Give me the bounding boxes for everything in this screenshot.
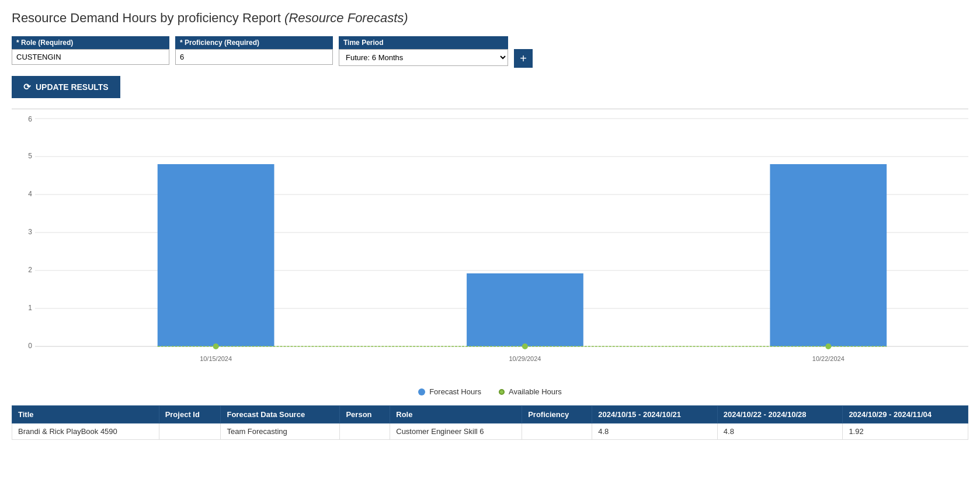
cell-role: Customer Engineer Skill 6 xyxy=(390,424,522,440)
table-header-row: Title Project Id Forecast Data Source Pe… xyxy=(12,406,968,424)
available-hours-legend-label: Available Hours xyxy=(509,387,562,396)
role-input[interactable] xyxy=(12,49,169,65)
cell-title: Brandi & Rick PlayBook 4590 xyxy=(12,424,159,440)
role-label: * Role (Required) xyxy=(12,36,169,49)
proficiency-label: * Proficiency (Required) xyxy=(175,36,333,49)
col-header-date3: 2024/10/29 - 2024/11/04 xyxy=(843,406,968,424)
forecast-hours-legend-label: Forecast Hours xyxy=(429,387,481,396)
legend-available: Available Hours xyxy=(499,387,562,396)
col-header-date1: 2024/10/15 - 2024/10/21 xyxy=(592,406,718,424)
svg-text:10/22/2024: 10/22/2024 xyxy=(812,355,845,362)
cell-proficiency xyxy=(522,424,592,440)
col-header-date2: 2024/10/22 - 2024/10/28 xyxy=(717,406,843,424)
cell-date3: 1.92 xyxy=(843,424,968,440)
filter-group-timeperiod: Time Period Future: 6 Months Future: 3 M… xyxy=(339,36,508,66)
svg-text:4: 4 xyxy=(28,190,32,198)
chart-legend: Forecast Hours Available Hours xyxy=(12,387,968,396)
filter-group-role: * Role (Required) xyxy=(12,36,169,65)
section-divider xyxy=(12,109,968,109)
bar-3 xyxy=(770,164,887,346)
svg-text:10/15/2024: 10/15/2024 xyxy=(200,355,232,362)
chart-container: 0 1 2 3 4 5 6 10/15/2024 10/29/2024 10/2… xyxy=(12,119,968,370)
svg-text:2: 2 xyxy=(28,266,32,274)
refresh-icon: ⟳ xyxy=(23,82,31,92)
table-header: Title Project Id Forecast Data Source Pe… xyxy=(12,406,968,424)
legend-forecast: Forecast Hours xyxy=(418,387,481,396)
col-header-projectid: Project Id xyxy=(159,406,221,424)
cell-date1: 4.8 xyxy=(592,424,718,440)
proficiency-input[interactable] xyxy=(175,49,333,65)
page-title: Resource Demand Hours by proficiency Rep… xyxy=(12,11,968,26)
page-container: Resource Demand Hours by proficiency Rep… xyxy=(0,0,980,450)
filter-group-proficiency: * Proficiency (Required) xyxy=(175,36,333,65)
table-row: Brandi & Rick PlayBook 4590 Team Forecas… xyxy=(12,424,968,440)
data-table: Title Project Id Forecast Data Source Pe… xyxy=(12,405,968,440)
chart-svg: 0 1 2 3 4 5 6 10/15/2024 10/29/2024 10/2… xyxy=(35,119,968,346)
cell-datasource: Team Forecasting xyxy=(221,424,340,440)
col-header-title: Title xyxy=(12,406,159,424)
cell-date2: 4.8 xyxy=(717,424,843,440)
cell-projectid xyxy=(159,424,221,440)
table-body: Brandi & Rick PlayBook 4590 Team Forecas… xyxy=(12,424,968,440)
col-header-person: Person xyxy=(340,406,390,424)
svg-text:3: 3 xyxy=(28,228,32,236)
svg-text:1: 1 xyxy=(28,304,32,312)
update-results-button[interactable]: ⟳ UPDATE RESULTS xyxy=(12,76,120,98)
svg-text:10/29/2024: 10/29/2024 xyxy=(509,355,541,362)
col-header-role: Role xyxy=(390,406,522,424)
timeperiod-select[interactable]: Future: 6 Months Future: 3 Months Future… xyxy=(339,49,508,66)
filter-row: * Role (Required) * Proficiency (Require… xyxy=(12,36,968,68)
svg-text:0: 0 xyxy=(28,342,32,350)
forecast-hours-legend-icon xyxy=(418,388,425,395)
bar-1 xyxy=(158,164,274,346)
col-header-datasource: Forecast Data Source xyxy=(221,406,340,424)
bar-2 xyxy=(467,273,583,346)
col-header-proficiency: Proficiency xyxy=(522,406,592,424)
add-filter-button[interactable]: + xyxy=(514,49,533,68)
cell-person xyxy=(340,424,390,440)
svg-text:6: 6 xyxy=(28,115,32,123)
svg-text:5: 5 xyxy=(28,152,32,160)
available-hours-legend-icon xyxy=(499,389,505,395)
timeperiod-label: Time Period xyxy=(339,36,508,49)
